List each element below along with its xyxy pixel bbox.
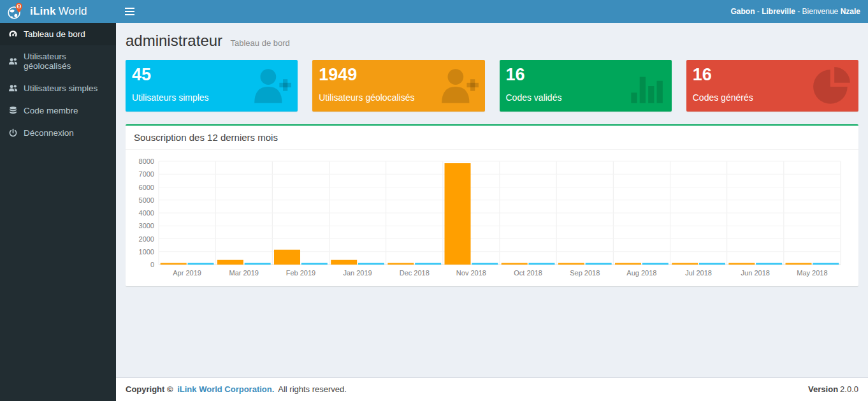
sidebar-item-utilisateurs-geolocalises[interactable]: Utilisateurs géolocalisés bbox=[0, 45, 116, 77]
bar-chart-icon bbox=[625, 65, 667, 110]
sidebar-item-code-membre[interactable]: Code membre bbox=[0, 99, 116, 122]
chart-panel-body: 010002000300040005000600070008000Apr 201… bbox=[126, 150, 858, 286]
database-icon bbox=[8, 106, 18, 115]
rights-text: All rights reserved. bbox=[278, 384, 347, 394]
version-text: Version2.0.0 bbox=[808, 384, 858, 395]
sidebar-item-label: Tableau de bord bbox=[24, 29, 85, 39]
power-icon bbox=[8, 128, 18, 138]
svg-text:Sep 2018: Sep 2018 bbox=[570, 269, 600, 277]
svg-text:Dec 2018: Dec 2018 bbox=[400, 269, 430, 277]
svg-text:Apr 2019: Apr 2019 bbox=[173, 269, 201, 277]
svg-text:4000: 4000 bbox=[139, 209, 154, 217]
stat-card-utilisateurs-simples: 45 Utilisateurs simples bbox=[126, 60, 298, 112]
chart-panel-title: Souscription des 12 derniers mois bbox=[126, 126, 858, 150]
page-footer: Copyright © iLink World Corporation. All… bbox=[116, 377, 868, 401]
svg-text:3000: 3000 bbox=[139, 222, 154, 230]
sidebar-item-utilisateurs-simples[interactable]: Utilisateurs simples bbox=[0, 77, 116, 99]
svg-text:5000: 5000 bbox=[139, 196, 154, 204]
dashboard-icon bbox=[8, 29, 18, 39]
pie-chart-icon bbox=[811, 65, 853, 110]
stat-card-codes-valides: 16 Codes validés bbox=[500, 60, 672, 112]
svg-text:Mar 2019: Mar 2019 bbox=[229, 269, 259, 277]
brand-title: iLinkWorld bbox=[30, 5, 87, 18]
user-greeting: Gabon - Libreville - Bienvenue Nzale bbox=[731, 7, 860, 16]
copyright-text: Copyright © bbox=[126, 384, 173, 394]
sidebar-item-label: Utilisateurs géolocalisés bbox=[24, 52, 108, 71]
sidebar-toggle-button[interactable] bbox=[124, 3, 143, 20]
person-plus-icon bbox=[438, 65, 480, 110]
sidebar-item-label: Code membre bbox=[24, 106, 78, 115]
svg-text:0: 0 bbox=[150, 261, 154, 268]
sidebar-item-tableau-de-bord[interactable]: Tableau de bord bbox=[0, 23, 116, 45]
svg-text:Feb 2019: Feb 2019 bbox=[286, 269, 315, 277]
greeting-city: Libreville bbox=[762, 7, 795, 16]
greeting-username: Nzale bbox=[841, 7, 860, 16]
stat-label: Utilisateurs simples bbox=[132, 92, 209, 103]
stat-card-codes-generes: 16 Codes générés bbox=[686, 60, 858, 112]
stat-cards-row: 45 Utilisateurs simples 1949 Utilisateur… bbox=[126, 60, 858, 112]
globe-pin-logo-icon: $ bbox=[6, 3, 24, 20]
subscriptions-bar-chart: 010002000300040005000600070008000Apr 201… bbox=[132, 155, 851, 281]
svg-text:Jun 2018: Jun 2018 bbox=[741, 269, 770, 277]
svg-text:8000: 8000 bbox=[139, 157, 154, 165]
greeting-welcome: Bienvenue bbox=[802, 7, 839, 16]
navbar-body: Gabon - Libreville - Bienvenue Nzale bbox=[116, 0, 868, 23]
company-link[interactable]: iLink World Corporation. bbox=[177, 384, 274, 394]
page-subtitle: Tableau de bord bbox=[231, 38, 290, 48]
svg-text:Oct 2018: Oct 2018 bbox=[514, 269, 542, 277]
svg-text:6000: 6000 bbox=[139, 184, 154, 191]
page-header: administrateur Tableau de bord bbox=[126, 32, 858, 50]
top-navbar: $ iLinkWorld Gabon - Libreville - Bienve… bbox=[0, 0, 868, 23]
users-icon bbox=[8, 57, 18, 66]
svg-text:Jan 2019: Jan 2019 bbox=[343, 269, 372, 277]
svg-text:May 2018: May 2018 bbox=[797, 269, 827, 277]
svg-text:Jul 2018: Jul 2018 bbox=[685, 269, 712, 277]
content-area: administrateur Tableau de bord 45 Utilis… bbox=[116, 23, 868, 377]
stat-label: Codes générés bbox=[693, 92, 753, 103]
svg-text:2000: 2000 bbox=[139, 235, 154, 243]
sidebar-item-deconnexion[interactable]: Déconnexion bbox=[0, 122, 116, 144]
greeting-country: Gabon bbox=[731, 7, 755, 16]
person-plus-icon bbox=[250, 65, 293, 110]
svg-text:1000: 1000 bbox=[139, 248, 154, 256]
brand-logo-link[interactable]: $ iLinkWorld bbox=[0, 0, 116, 23]
page-title: administrateur bbox=[126, 32, 222, 49]
sidebar-item-label: Utilisateurs simples bbox=[24, 84, 98, 93]
stat-card-utilisateurs-geolocalises: 1949 Utilisateurs géolocalisés bbox=[312, 60, 484, 112]
sidebar-nav: Tableau de bord Utilisateurs géolocalisé… bbox=[0, 23, 116, 401]
stat-label: Codes validés bbox=[506, 92, 562, 103]
svg-text:Nov 2018: Nov 2018 bbox=[456, 269, 486, 277]
subscriptions-chart-panel: Souscription des 12 derniers mois 010002… bbox=[126, 124, 858, 286]
svg-text:Aug 2018: Aug 2018 bbox=[626, 269, 656, 277]
users-icon bbox=[8, 84, 18, 93]
sidebar-item-label: Déconnexion bbox=[24, 128, 74, 138]
stat-label: Utilisateurs géolocalisés bbox=[319, 92, 414, 103]
svg-text:7000: 7000 bbox=[139, 170, 154, 178]
